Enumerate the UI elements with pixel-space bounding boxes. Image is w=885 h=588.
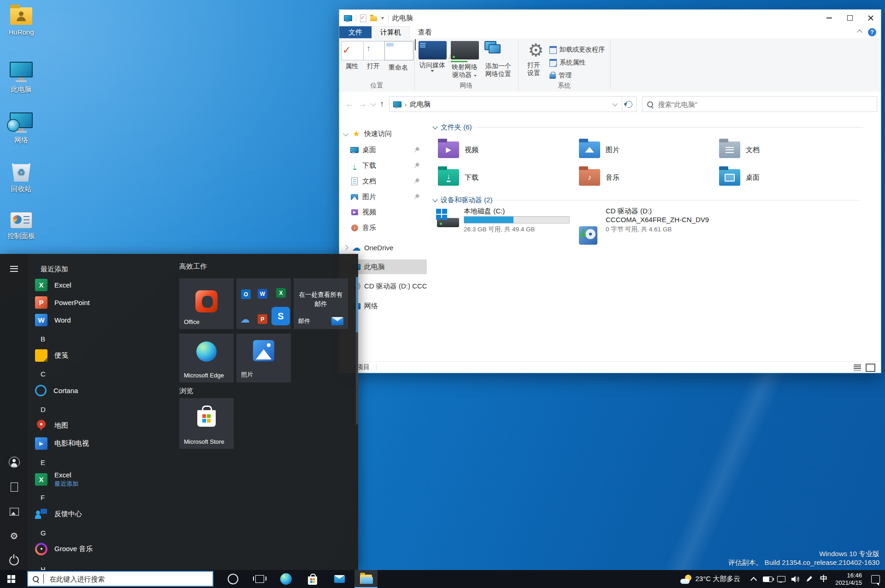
section-letter-b[interactable]: B <box>41 335 45 343</box>
pictures-rail-icon[interactable] <box>0 502 28 521</box>
app-item-cortana[interactable]: Cortana <box>28 382 183 399</box>
app-item-word[interactable]: WWord <box>28 311 183 329</box>
hamburger-menu-icon[interactable] <box>0 259 28 278</box>
edge-taskbar-button[interactable] <box>274 570 297 588</box>
up-icon[interactable]: ↑ <box>380 99 384 109</box>
app-item-maps[interactable]: 地图 <box>28 417 183 434</box>
maximize-button[interactable] <box>839 10 860 26</box>
app-item-movies-tv[interactable]: ▶电影和电视 <box>28 435 183 452</box>
title-bar[interactable]: ✓ 此电脑 <box>339 10 881 26</box>
app-item-excel[interactable]: XExcel <box>28 276 183 294</box>
tile-office-apps[interactable]: O W X ☁ P S <box>236 278 291 329</box>
app-item-sticky-notes[interactable]: 便笺 <box>28 347 183 364</box>
section-devices[interactable]: 设备和驱动器 (2) <box>433 196 861 205</box>
refresh-icon[interactable] <box>622 97 636 112</box>
close-button[interactable] <box>860 10 881 26</box>
folder-item-desktop[interactable]: 桌面 <box>719 165 853 190</box>
minimize-button[interactable] <box>819 10 839 26</box>
quick-access-customize-icon[interactable] <box>381 17 384 19</box>
pen-tray-icon[interactable] <box>802 570 816 588</box>
explorer-search[interactable] <box>642 96 878 112</box>
section-letter-e[interactable]: E <box>41 459 45 466</box>
network-tray-icon[interactable] <box>774 570 788 588</box>
folder-item-videos[interactable]: ▶ 视频 <box>438 137 572 163</box>
folder-item-music[interactable]: ♪ 音乐 <box>579 165 713 190</box>
history-chevron-icon[interactable] <box>371 101 376 106</box>
manage-button[interactable]: 管理 <box>549 71 572 80</box>
desktop-icon-network[interactable]: 网络 <box>0 112 42 145</box>
app-item-powerpoint[interactable]: PPowerPoint <box>28 294 183 311</box>
documents-rail-icon[interactable] <box>0 478 28 496</box>
nav-onedrive[interactable]: ☁ OneDrive <box>339 240 427 255</box>
start-button[interactable] <box>0 570 22 588</box>
quick-access-new-folder-icon[interactable] <box>370 16 377 21</box>
start-menu-scrollbar[interactable] <box>356 277 358 424</box>
tile-edge[interactable]: Microsoft Edge <box>179 334 234 382</box>
battery-tray-icon[interactable] <box>761 570 774 588</box>
open-settings-button[interactable]: ⚙ 打开设置 <box>522 41 546 77</box>
nav-desktop[interactable]: 桌面 <box>339 142 427 157</box>
clock[interactable]: 16:46 2021/4/15 <box>835 572 862 587</box>
section-letter-d[interactable]: D <box>41 406 46 413</box>
section-letter-g[interactable]: G <box>41 529 46 537</box>
tile-photos[interactable]: 照片 <box>236 334 291 382</box>
tab-file[interactable]: 文件 <box>339 26 372 38</box>
desktop-icon-this-pc[interactable]: 此电脑 <box>0 62 42 94</box>
tile-microsoft-store[interactable]: Microsoft Store <box>179 398 234 449</box>
rename-button[interactable]: 重命名 <box>384 41 412 71</box>
uninstall-button[interactable]: 卸载或更改程序 <box>549 46 605 54</box>
nav-videos[interactable]: ▶ 视频 <box>339 205 427 219</box>
section-letter-h[interactable]: H <box>41 565 46 570</box>
section-letter-f[interactable]: F <box>41 494 45 501</box>
chevron-down-icon[interactable] <box>343 131 348 136</box>
folder-item-pictures[interactable]: 图片 <box>579 137 713 163</box>
nav-downloads[interactable]: ↓ 下载 <box>339 158 427 173</box>
large-icons-view-icon[interactable] <box>866 364 875 372</box>
store-taskbar-button[interactable] <box>301 570 324 588</box>
quick-access-properties-icon[interactable]: ✓ <box>360 14 366 22</box>
chevron-down-icon[interactable] <box>432 124 437 129</box>
cortana-button[interactable] <box>221 570 244 588</box>
breadcrumb[interactable]: 此电脑 <box>410 100 431 109</box>
address-dropdown-icon[interactable] <box>608 97 622 112</box>
section-letter-c[interactable]: C <box>41 370 46 378</box>
weather-widget[interactable]: 23°C 大部多云 <box>680 575 740 584</box>
app-item-groove-music[interactable]: Groove 音乐 <box>28 540 183 558</box>
ime-indicator[interactable]: 中 <box>816 570 832 588</box>
tab-computer[interactable]: 计算机 <box>372 26 410 38</box>
nav-documents[interactable]: 文档 <box>339 174 427 188</box>
mail-taskbar-button[interactable] <box>328 570 351 588</box>
volume-tray-icon[interactable] <box>788 570 802 588</box>
app-item-excel-recent[interactable]: X Excel最近添加 <box>28 469 183 490</box>
collapse-ribbon-icon[interactable] <box>857 29 862 35</box>
properties-button[interactable]: ✓ 属性 <box>341 41 362 70</box>
add-network-location-button[interactable]: 添加一个网络位置 <box>483 41 513 78</box>
desktop-icon-control-panel[interactable]: 控制面板 <box>0 212 42 241</box>
tray-expand-button[interactable] <box>747 570 761 588</box>
settings-gear-icon[interactable]: ⚙ <box>0 527 28 545</box>
tile-office[interactable]: Office <box>179 278 234 329</box>
folder-item-documents[interactable]: 文档 <box>719 137 853 163</box>
file-explorer-taskbar-button[interactable] <box>354 570 378 588</box>
user-account-icon[interactable] <box>0 453 28 471</box>
taskbar-search-input[interactable] <box>48 575 208 583</box>
action-center-button[interactable] <box>867 570 885 588</box>
help-icon[interactable]: ? <box>868 28 876 36</box>
nav-music[interactable]: ♪ 音乐 <box>339 220 427 235</box>
system-properties-button[interactable]: 系统属性 <box>549 59 585 67</box>
address-bar[interactable]: › 此电脑 <box>389 96 637 112</box>
section-folders[interactable]: 文件夹 (6) <box>433 123 863 132</box>
nav-pictures[interactable]: 图片 <box>339 189 427 204</box>
task-view-button[interactable] <box>248 570 271 588</box>
chevron-right-icon[interactable] <box>343 245 348 250</box>
app-item-feedback-hub[interactable]: 反馈中心 <box>28 505 183 523</box>
nav-quick-access[interactable]: ★ 快速访问 <box>339 126 427 141</box>
chevron-down-icon[interactable] <box>432 197 437 202</box>
desktop-icon-hurong[interactable]: HuRong <box>0 7 42 36</box>
power-icon[interactable] <box>0 551 28 570</box>
access-media-button[interactable]: 访问媒体 <box>418 41 447 72</box>
map-network-drive-button[interactable]: 映射网络 驱动器 <box>448 41 481 79</box>
tile-mail[interactable]: 在一处查看所有邮件 邮件 <box>294 278 348 329</box>
details-view-icon[interactable] <box>854 365 861 371</box>
open-button[interactable]: ↑ 打开 <box>363 41 384 70</box>
